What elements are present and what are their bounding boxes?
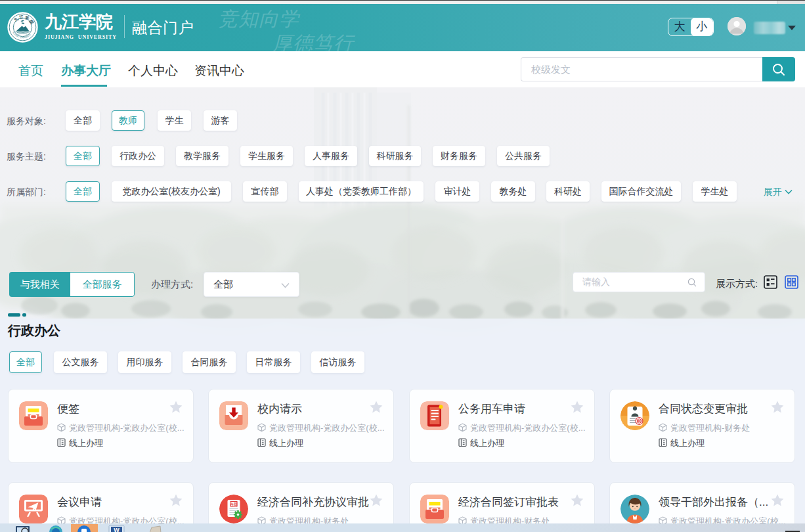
svg-text:W: W <box>114 527 120 532</box>
